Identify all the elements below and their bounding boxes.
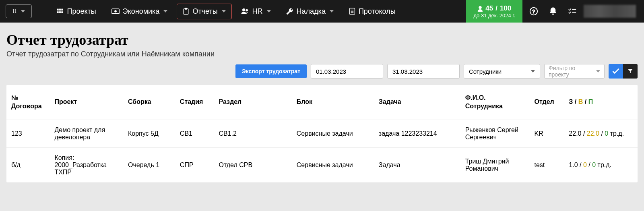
svg-rect-1 [60, 9, 61, 10]
counter-current: 45 [485, 4, 493, 12]
user-menu[interactable] [584, 5, 636, 18]
date-to-input[interactable] [387, 64, 460, 79]
chevron-down-icon [21, 10, 25, 12]
check-icon [612, 68, 619, 74]
chevron-down-icon [596, 70, 600, 72]
svg-rect-0 [57, 9, 59, 10]
cell-build: Очередь 1 [123, 147, 175, 182]
nav-protocols[interactable]: Протоколы [343, 4, 402, 19]
nav-economy[interactable]: Экономика [105, 4, 174, 19]
th-task: Задача [374, 85, 460, 120]
svg-point-7 [114, 10, 116, 12]
brand-label: tt [12, 7, 16, 15]
nav-reports[interactable]: Отчеты [177, 4, 231, 19]
export-button[interactable]: Экспорт трудозатрат [235, 64, 307, 78]
cell-contract: б/д [6, 147, 50, 182]
th-p: П [588, 98, 593, 105]
nav-hr-label: HR [252, 7, 263, 16]
cell-block: Сервисные задачи [292, 120, 374, 147]
chevron-down-icon [163, 10, 167, 12]
brand-dropdown[interactable]: tt [6, 4, 32, 18]
chevron-down-icon [531, 70, 535, 72]
nav-protocols-label: Протоколы [359, 7, 396, 16]
project-filter-placeholder: Фильтр по проекту [549, 65, 595, 78]
bell-icon [549, 7, 557, 16]
cell-block: Сервисные задачи [292, 147, 374, 182]
th-block: Блок [292, 85, 374, 120]
cell-zvp: 1.0 / 0 / 0 тр.д. [564, 147, 638, 182]
cell-task: задача 1223233214 [374, 120, 460, 147]
subject-select-value: Сотрудники [469, 68, 502, 75]
svg-point-10 [242, 8, 245, 11]
svg-point-16 [479, 6, 482, 9]
nav-projects-label: Проекты [67, 7, 96, 16]
cell-stage: СВ1 [175, 120, 214, 147]
notifications-button[interactable] [545, 3, 561, 19]
table-row[interactable]: 123Демо проект для девелопераКорпус 5ДСВ… [6, 120, 638, 147]
tasks-button[interactable] [564, 3, 580, 19]
wrench-icon [286, 8, 293, 15]
cell-stage: СПР [175, 147, 214, 182]
apply-filter-button[interactable] [609, 64, 623, 79]
date-from-input[interactable] [311, 64, 383, 79]
nav-tuning-label: Наладка [297, 7, 326, 16]
page-title: Отчет трудозатрат [6, 31, 638, 48]
svg-rect-5 [62, 12, 63, 13]
report-toolbar: Экспорт трудозатрат Сотрудники Фильтр по… [6, 64, 638, 79]
funnel-icon [627, 68, 634, 74]
help-button[interactable]: ? [526, 3, 542, 19]
nav-hr[interactable]: HR [235, 4, 277, 19]
users-icon [241, 8, 249, 14]
th-dept: Отдел [529, 85, 564, 120]
nav-economy-label: Экономика [123, 7, 160, 16]
cell-section: Отдел СРВ [214, 147, 291, 182]
svg-rect-4 [60, 12, 61, 13]
page-subtitle: Отчет трудозатрат по Сотрудникам или Наё… [6, 50, 638, 58]
chevron-down-icon [330, 10, 334, 12]
list-icon [349, 8, 355, 15]
svg-rect-2 [62, 9, 63, 10]
top-navbar: tt Проекты Экономика Отчеты HR Наладка П… [0, 0, 644, 23]
report-table-card: № Договора Проект Сборка Стадия Раздел Б… [6, 85, 638, 182]
grid-icon [56, 8, 64, 15]
clipboard-icon [183, 8, 189, 15]
th-build: Сборка [123, 85, 175, 120]
cell-project: Демо проект для девелопера [50, 120, 123, 147]
th-v: В [578, 98, 583, 105]
subject-select[interactable]: Сотрудники [464, 64, 540, 79]
counter-max: 100 [500, 4, 511, 12]
th-z: З [569, 98, 573, 105]
table-row[interactable]: б/дКопия: 2000_Разработка ТХПРОчередь 1С… [6, 147, 638, 182]
project-filter-select[interactable]: Фильтр по проекту [544, 64, 605, 79]
th-stage: Стадия [175, 85, 214, 120]
cell-project: Копия: 2000_Разработка ТХПР [50, 147, 123, 182]
svg-rect-3 [57, 12, 59, 13]
cell-fio: Рыженков Сергей Сергеевич [460, 120, 530, 147]
svg-text:?: ? [532, 8, 535, 14]
th-section: Раздел [214, 85, 291, 120]
counter-until: до 31 дек. 2024 г. [473, 12, 515, 19]
user-icon [477, 6, 483, 12]
money-icon [111, 8, 120, 14]
cell-task: Задача [374, 147, 460, 182]
cell-contract: 123 [6, 120, 50, 147]
chevron-down-icon [222, 10, 226, 12]
th-project: Проект [50, 85, 123, 120]
th-zvp: З / В / П [564, 85, 638, 120]
help-icon: ? [529, 7, 538, 16]
filter-button[interactable] [623, 64, 638, 79]
th-contract: № Договора [6, 85, 50, 120]
cell-build: Корпус 5Д [123, 120, 175, 147]
svg-rect-9 [185, 8, 187, 10]
cell-dept: test [529, 147, 564, 182]
cell-section: СВ1.2 [214, 120, 291, 147]
nav-tuning[interactable]: Наладка [280, 4, 340, 19]
cell-fio: Триш Дмитрий Романович [460, 147, 530, 182]
svg-point-11 [246, 9, 248, 11]
chevron-down-icon [267, 10, 271, 12]
license-counter[interactable]: 45 / 100 до 31 дек. 2024 г. [466, 0, 522, 23]
cell-dept: KR [529, 120, 564, 147]
th-fio: Ф.И.О. Сотрудника [460, 85, 530, 120]
checklist-icon [568, 8, 576, 15]
nav-projects[interactable]: Проекты [50, 4, 102, 19]
